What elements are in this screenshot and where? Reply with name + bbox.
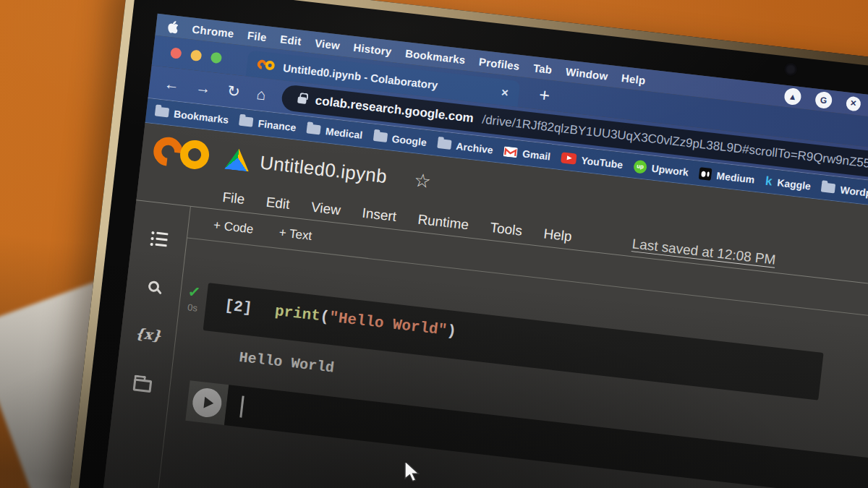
bookmark-label: YouTube (581, 154, 624, 170)
home-button[interactable]: ⌂ (256, 86, 267, 102)
code-function: print (274, 303, 321, 325)
laptop-screen: Chrome File Edit View History Bookmarks … (44, 0, 868, 488)
shield-icon[interactable]: ▲ (783, 87, 801, 106)
code-string: "Hello World" (328, 309, 448, 339)
macos-menu-item-app[interactable]: Chrome (192, 22, 234, 39)
bookmark-item[interactable]: Gmail (503, 145, 551, 162)
bookmark-item[interactable]: Archive (437, 137, 494, 155)
macos-menu-item[interactable]: Help (621, 72, 646, 87)
variables-icon[interactable]: {x} (135, 325, 162, 343)
files-icon[interactable] (133, 378, 153, 393)
macos-menu-item[interactable]: Window (565, 65, 608, 82)
code-paren: ) (446, 322, 457, 340)
zoom-window-button[interactable] (210, 52, 223, 64)
minimize-window-button[interactable] (190, 49, 203, 61)
bookmark-label: Bookmarks (173, 108, 229, 126)
bookmark-label: Upwork (651, 162, 689, 178)
folder-icon (437, 139, 451, 150)
folder-icon (307, 124, 321, 134)
bookmark-item[interactable]: YouTube (561, 152, 624, 171)
text-caret (239, 396, 244, 418)
add-code-button[interactable]: + Code (213, 218, 254, 236)
close-window-button[interactable] (170, 47, 182, 59)
back-button[interactable]: ← (163, 76, 180, 93)
macos-menu-item[interactable]: View (314, 36, 340, 51)
screen: Chrome File Edit View History Bookmarks … (77, 14, 868, 488)
colab-menu-item-file[interactable]: File (221, 189, 245, 207)
macos-menu-item[interactable]: Profiles (478, 55, 520, 72)
folder-icon (373, 132, 387, 142)
lock-icon (297, 97, 307, 104)
window-controls (170, 47, 222, 64)
folder-icon (821, 182, 835, 193)
g-icon[interactable]: G (814, 91, 833, 109)
bookmark-label: Kaggle (777, 176, 812, 192)
bookmark-label: Archive (456, 140, 494, 155)
bookmark-item[interactable]: Finance (239, 115, 297, 133)
bookmark-label: Google (391, 132, 427, 147)
macos-menu-item[interactable]: Edit (280, 33, 302, 47)
bookmark-item[interactable]: kKaggle (765, 174, 812, 193)
mouse-cursor (404, 463, 420, 484)
bookmark-item[interactable]: Medium (699, 167, 755, 186)
search-icon[interactable] (148, 280, 160, 292)
medium-icon (699, 167, 712, 181)
colab-menu-item-runtime[interactable]: Runtime (417, 211, 469, 233)
bookmark-label: Medical (325, 125, 363, 141)
execution-time: 0s (187, 301, 197, 313)
colab-logo-icon (152, 134, 214, 173)
execution-count: [2] (224, 297, 252, 317)
cell-gutter (185, 380, 229, 425)
run-cell-button[interactable] (191, 387, 223, 419)
bookmark-item[interactable]: Wordpress (821, 181, 868, 201)
table-of-contents-icon[interactable] (150, 231, 168, 247)
bookmark-item[interactable]: Google (373, 130, 427, 147)
webcam-dot (785, 64, 797, 76)
bookmark-item[interactable]: Medical (306, 123, 363, 141)
photo-stage: Chrome File Edit View History Bookmarks … (0, 0, 868, 488)
macos-menu-item[interactable]: Tab (532, 61, 553, 76)
apple-logo-icon[interactable] (166, 18, 179, 34)
forward-button[interactable]: → (195, 80, 212, 96)
close-icon[interactable]: ✕ (846, 95, 861, 111)
colab-menu-item-tools[interactable]: Tools (490, 219, 524, 239)
colab-menu-item-help[interactable]: Help (542, 226, 572, 244)
google-drive-icon (224, 147, 251, 172)
colab-favicon (257, 59, 277, 72)
macos-menu-item[interactable]: Bookmarks (404, 47, 466, 66)
upwork-icon: up (633, 159, 647, 174)
gmail-icon (503, 146, 518, 158)
bookmark-label: Gmail (522, 147, 550, 162)
cell-success-check-icon: ✓ (187, 283, 202, 300)
star-icon[interactable]: ☆ (413, 168, 433, 192)
folder-icon (239, 116, 253, 127)
colab-menu-item-insert[interactable]: Insert (361, 205, 397, 224)
notebook-title[interactable]: Untitled0.ipynb (259, 151, 388, 188)
bookmark-label: Wordpress (840, 184, 868, 201)
colab-menu-item-edit[interactable]: Edit (265, 194, 291, 213)
bookmark-label: Medium (716, 169, 755, 185)
macos-menu-item[interactable]: File (247, 29, 267, 43)
bookmark-item[interactable]: upUpwork (633, 159, 689, 179)
youtube-icon (561, 152, 577, 164)
folder-icon (155, 106, 169, 117)
new-tab-button[interactable]: + (538, 85, 550, 104)
bookmark-label: Finance (258, 117, 297, 133)
add-text-button[interactable]: + Text (278, 225, 313, 243)
tab-close-icon[interactable]: ✕ (501, 87, 510, 98)
macos-menu-item[interactable]: History (353, 40, 393, 57)
colab-menu-item-view[interactable]: View (310, 199, 341, 218)
bookmark-item[interactable]: Bookmarks (155, 106, 229, 125)
kaggle-icon: k (765, 174, 773, 189)
reload-button[interactable]: ↻ (226, 83, 241, 100)
